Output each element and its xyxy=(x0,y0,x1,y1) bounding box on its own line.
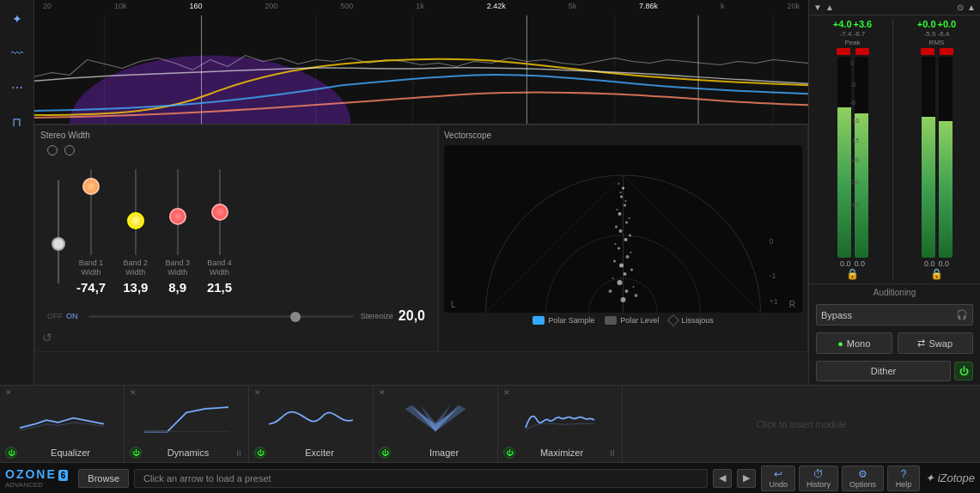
svg-point-39 xyxy=(625,200,627,202)
peak-r-out-l: +0.0 xyxy=(917,19,936,29)
band4-label: Band 4Width xyxy=(207,259,232,277)
nav-next-button[interactable]: ▶ xyxy=(737,469,756,488)
link-icon[interactable]: ⊙ xyxy=(957,3,964,12)
lock-icon-right[interactable]: 🔒 xyxy=(897,268,977,280)
band2-value: 13,9 xyxy=(123,280,148,295)
dither-button[interactable]: Dither xyxy=(816,361,951,381)
vectorscope-legend: Polar Sample Polar Level Lissajous xyxy=(444,316,802,325)
circle-indicator-2[interactable] xyxy=(64,145,75,155)
module-power-dynamics[interactable]: ⏻ xyxy=(130,447,142,459)
sidebar-star-icon[interactable]: ✦ xyxy=(5,7,29,31)
stereo-width-panel: Stereo Width xyxy=(34,125,438,352)
module-name-equalizer: Equalizer xyxy=(22,447,119,458)
module-power-equalizer[interactable]: ⏻ xyxy=(5,447,17,459)
nav-prev-button[interactable]: ◀ xyxy=(713,469,732,488)
module-imager[interactable]: ✕ ⏻ Imager xyxy=(374,386,498,462)
module-name-imager: Imager xyxy=(396,447,492,458)
meter-settings-icon[interactable]: ▲ xyxy=(967,3,976,12)
vectorscope-title: Vectorscope xyxy=(444,131,802,140)
band4-slider[interactable] xyxy=(211,204,228,221)
module-close-equalizer[interactable]: ✕ xyxy=(5,388,12,397)
lock-icon[interactable]: 🔒 xyxy=(813,268,892,280)
meter-bottom-right: 0.0 0.0 xyxy=(897,259,977,268)
svg-point-40 xyxy=(618,183,620,185)
browse-button[interactable]: Browse xyxy=(78,469,129,488)
insert-module-placeholder[interactable]: Click to insert module xyxy=(623,386,980,462)
sidebar-eq-icon[interactable]: ⊓ xyxy=(5,110,29,134)
module-maximizer[interactable]: ✕ ⏻ Maximizer ⏸ xyxy=(498,386,623,462)
stereoize-label: Stereoize xyxy=(361,312,393,320)
undo-icon[interactable]: ↺ xyxy=(42,331,52,344)
sidebar-wave2-icon[interactable]: ⋯ xyxy=(5,76,29,100)
band3-value: 8,9 xyxy=(168,280,186,295)
band1-label: Band 1Width xyxy=(79,259,104,277)
clip-r-r xyxy=(940,48,953,55)
module-power-exciter[interactable]: ⏻ xyxy=(254,447,266,459)
module-power-imager[interactable]: ⏻ xyxy=(379,447,391,459)
meter-scale: 0 -3 -6 -10 -15 -20 -30 -Inf xyxy=(850,60,859,208)
bypass-button[interactable]: Bypass 🎧 xyxy=(816,304,973,326)
sidebar-waves-icon[interactable]: 〰 xyxy=(5,41,29,65)
dither-power-button[interactable]: ⏻ xyxy=(954,362,973,380)
svg-text:+1: +1 xyxy=(770,297,778,306)
spectrum-svg xyxy=(34,0,808,124)
circle-indicator-1[interactable] xyxy=(47,145,58,155)
module-bottom-equalizer: ⏻ Equalizer xyxy=(5,447,119,459)
svg-point-28 xyxy=(629,234,631,237)
band1-slider[interactable] xyxy=(82,178,100,195)
overall-slider-thumb[interactable] xyxy=(52,237,65,251)
module-power-maximizer[interactable]: ⏻ xyxy=(503,447,515,459)
stereoize-slider[interactable] xyxy=(290,312,301,322)
svg-point-26 xyxy=(629,217,630,219)
bottom-r: 0.0 xyxy=(855,259,866,268)
help-button[interactable]: ? Help xyxy=(887,466,920,491)
meter-bar-out-l xyxy=(922,57,935,258)
imager-thumbnail-svg xyxy=(393,401,478,435)
module-close-imager[interactable]: ✕ xyxy=(379,388,386,397)
meter-down-arrow[interactable]: ▼ xyxy=(813,3,822,12)
band3-slider[interactable] xyxy=(169,208,186,225)
svg-point-22 xyxy=(618,280,623,285)
meter-link-controls: ⊙ ▲ xyxy=(957,3,976,12)
svg-point-12 xyxy=(620,196,623,198)
undo-button[interactable]: ↩ Undo xyxy=(761,466,795,491)
module-close-maximizer[interactable]: ✕ xyxy=(503,388,510,397)
module-thumbnail-dynamics xyxy=(130,389,243,447)
swap-button[interactable]: ⇄ Swap xyxy=(898,332,974,354)
app-container: ✦ 〰 ⋯ ⊓ 20 10k 160 200 500 1k 2.42k 5k 7… xyxy=(0,0,980,493)
history-button[interactable]: ⏱ History xyxy=(799,466,838,491)
svg-point-16 xyxy=(619,229,623,233)
vectorscope-display-svg: +1 0 -1 xyxy=(444,145,802,313)
stereoize-value: 20,0 xyxy=(399,308,425,324)
meter-up-arrow[interactable]: ▲ xyxy=(825,3,834,12)
peak-r-out-r: +0.0 xyxy=(938,19,957,29)
peak-values-left: +4.0 +3.6 xyxy=(813,19,892,29)
svg-point-35 xyxy=(609,289,612,293)
top-area: ✦ 〰 ⋯ ⊓ 20 10k 160 200 500 1k 2.42k 5k 7… xyxy=(0,0,980,385)
swap-icon: ⇄ xyxy=(917,338,925,349)
svg-line-11 xyxy=(624,175,761,313)
vectorscope-l-label: L xyxy=(451,300,456,309)
meter-fill-l xyxy=(837,107,851,259)
module-dynamics[interactable]: ✕ ⏻ Dynamics ⏸ xyxy=(125,386,249,462)
options-button[interactable]: ⚙ Options xyxy=(842,466,884,491)
module-equalizer[interactable]: ✕ ⏻ Equalizer xyxy=(0,386,125,462)
band2-slider[interactable] xyxy=(127,212,144,229)
peak-label: Peak xyxy=(844,39,860,46)
module-exciter[interactable]: ✕ ⏻ Exciter xyxy=(249,386,374,462)
module-close-exciter[interactable]: ✕ xyxy=(254,388,261,397)
clip-indicators-right xyxy=(897,48,977,55)
mono-button[interactable]: ● Mono xyxy=(816,332,892,354)
module-pause-dynamics: ⏸ xyxy=(234,448,243,458)
svg-point-30 xyxy=(630,252,632,253)
main-content: 20 10k 160 200 500 1k 2.42k 5k 7.86k k 2… xyxy=(34,0,808,385)
neg-r: -6.7 xyxy=(854,30,866,38)
options-icon: ⚙ xyxy=(858,468,867,480)
module-close-dynamics[interactable]: ✕ xyxy=(130,388,137,397)
bottom-actions: ↩ Undo ⏱ History ⚙ Options ? Help xyxy=(761,466,920,491)
clip-l xyxy=(837,48,850,55)
svg-point-33 xyxy=(612,277,614,279)
svg-point-38 xyxy=(620,192,622,193)
svg-point-29 xyxy=(615,243,617,245)
band3-label: Band 3Width xyxy=(165,259,190,277)
